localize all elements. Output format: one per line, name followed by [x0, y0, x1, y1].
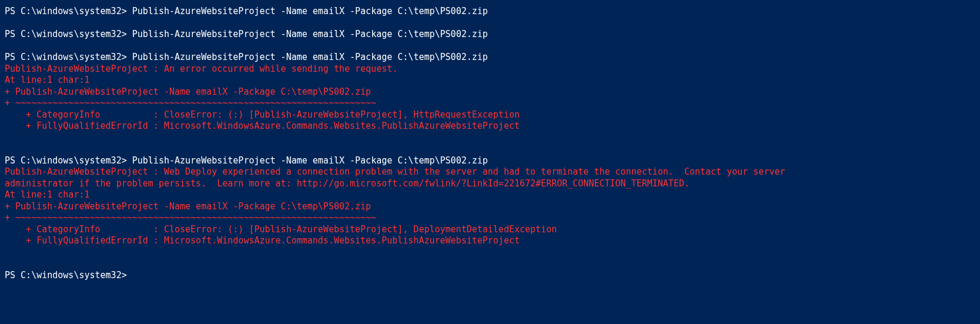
prompt: PS C:\windows\system32>	[5, 270, 132, 280]
error-line: + Publish-AzureWebsiteProject -Name emai…	[5, 201, 975, 213]
error-line: At line:1 char:1	[5, 75, 975, 86]
blank-line	[5, 258, 975, 270]
blank-line	[5, 18, 975, 29]
command-line: PS C:\windows\system32> Publish-AzureWeb…	[5, 52, 975, 64]
prompt: PS C:\windows\system32>	[5, 29, 132, 39]
command-text: Publish-AzureWebsiteProject -Name emailX…	[132, 155, 488, 166]
prompt: PS C:\windows\system32>	[5, 155, 132, 166]
error-line: + CategoryInfo : CloseError: (:) [Publis…	[5, 109, 975, 121]
error-line: + CategoryInfo : CloseError: (:) [Publis…	[5, 224, 975, 236]
error-line: + FullyQualifiedErrorId : Microsoft.Wind…	[5, 121, 975, 132]
error-line: administrator if the problem persists. L…	[5, 178, 975, 190]
command-line: PS C:\windows\system32>	[5, 270, 975, 282]
error-line: + ~~~~~~~~~~~~~~~~~~~~~~~~~~~~~~~~~~~~~~…	[5, 212, 975, 224]
command-line: PS C:\windows\system32> Publish-AzureWeb…	[5, 6, 975, 18]
command-text: Publish-AzureWebsiteProject -Name emailX…	[132, 29, 488, 39]
command-text: Publish-AzureWebsiteProject -Name emailX…	[132, 6, 488, 16]
error-line: + Publish-AzureWebsiteProject -Name emai…	[5, 86, 975, 98]
terminal-output[interactable]: PS C:\windows\system32> Publish-AzureWeb…	[5, 6, 975, 281]
error-line: + FullyQualifiedErrorId : Microsoft.Wind…	[5, 235, 975, 247]
command-text: Publish-AzureWebsiteProject -Name emailX…	[132, 52, 488, 62]
prompt: PS C:\windows\system32>	[5, 52, 132, 62]
error-line: Publish-AzureWebsiteProject : An error o…	[5, 64, 975, 75]
blank-line	[5, 247, 975, 259]
blank-line	[5, 132, 975, 144]
command-line: PS C:\windows\system32> Publish-AzureWeb…	[5, 29, 975, 41]
blank-line	[5, 143, 975, 155]
blank-line	[5, 41, 975, 52]
error-line: Publish-AzureWebsiteProject : Web Deploy…	[5, 166, 975, 178]
error-line: At line:1 char:1	[5, 189, 975, 201]
prompt: PS C:\windows\system32>	[5, 6, 132, 16]
command-line: PS C:\windows\system32> Publish-AzureWeb…	[5, 155, 975, 167]
error-line: + ~~~~~~~~~~~~~~~~~~~~~~~~~~~~~~~~~~~~~~…	[5, 98, 975, 109]
